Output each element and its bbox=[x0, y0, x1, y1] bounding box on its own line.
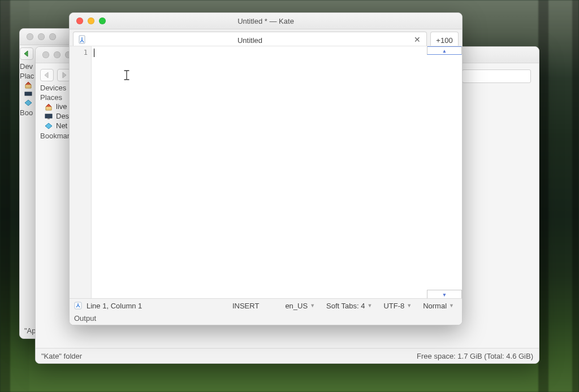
output-panel-toggle[interactable]: Output bbox=[74, 314, 96, 323]
desktop-icon bbox=[45, 112, 53, 120]
window-zoom-icon[interactable] bbox=[99, 18, 106, 24]
encoding-selector[interactable]: UTF-8 ▼ bbox=[380, 302, 415, 310]
window-close-icon[interactable] bbox=[76, 18, 83, 24]
tab-overflow-label: +100 bbox=[436, 36, 452, 45]
encoding-label: UTF-8 bbox=[383, 302, 404, 310]
document-icon bbox=[78, 35, 86, 44]
titlebar[interactable]: Untitled * — Kate bbox=[70, 13, 462, 29]
status-right: Free space: 1.7 GiB (Total: 4.6 GiB) bbox=[417, 352, 533, 360]
chevron-down-icon: ▼ bbox=[367, 303, 372, 308]
statusbar: "Kate" folder Free space: 1.7 GiB (Total… bbox=[36, 348, 539, 363]
modified-indicator-icon bbox=[74, 302, 82, 310]
scroll-down-button[interactable]: ▾ bbox=[427, 290, 462, 299]
sidebar-item-label: live bbox=[56, 102, 67, 111]
chevron-down-icon: ▾ bbox=[442, 290, 447, 299]
insert-mode-indicator[interactable]: INSERT bbox=[232, 302, 259, 310]
code-editor[interactable]: ▴ ▾ bbox=[92, 46, 462, 299]
indent-label: Soft Tabs: 4 bbox=[326, 302, 365, 310]
window-minimize-icon[interactable] bbox=[54, 51, 61, 58]
network-icon bbox=[45, 122, 53, 130]
home-icon bbox=[45, 103, 53, 111]
mode-selector[interactable]: Normal ▼ bbox=[420, 302, 457, 310]
nav-back-button[interactable] bbox=[20, 47, 33, 60]
line-number: 1 bbox=[70, 49, 88, 56]
location-input[interactable] bbox=[462, 69, 531, 83]
cursor-position[interactable]: Line 1, Column 1 bbox=[87, 302, 142, 310]
locale-label: en_US bbox=[285, 302, 308, 310]
kate-editor-window: Untitled * — Kate Untitled ✕ +100 1 ▴ bbox=[69, 12, 463, 325]
scroll-up-button[interactable]: ▴ bbox=[427, 46, 462, 55]
status-left: "Ap bbox=[24, 326, 36, 335]
chevron-down-icon: ▼ bbox=[407, 303, 412, 308]
locale-selector[interactable]: en_US ▼ bbox=[282, 302, 318, 310]
home-icon bbox=[24, 81, 32, 89]
tab-close-button[interactable]: ✕ bbox=[413, 35, 422, 44]
network-icon bbox=[24, 99, 32, 107]
ibeam-cursor-icon bbox=[123, 70, 130, 80]
editor-area: 1 ▴ ▾ bbox=[70, 46, 462, 299]
window-title: Untitled * — Kate bbox=[70, 17, 462, 25]
svg-rect-0 bbox=[25, 92, 32, 95]
statusbar: Line 1, Column 1 INSERT en_US ▼ Soft Tab… bbox=[70, 298, 462, 325]
chevron-up-icon: ▴ bbox=[442, 46, 447, 55]
tab-title: Untitled bbox=[90, 36, 409, 45]
window-close-icon[interactable] bbox=[27, 33, 33, 40]
svg-rect-1 bbox=[45, 114, 52, 118]
text-caret bbox=[94, 49, 94, 57]
window-minimize-icon[interactable] bbox=[88, 18, 94, 24]
status-left: "Kate" folder bbox=[41, 352, 82, 360]
svg-rect-2 bbox=[47, 118, 50, 119]
nav-back-button[interactable] bbox=[40, 69, 54, 81]
sidebar-item-label: Des bbox=[56, 112, 69, 120]
window-close-icon[interactable] bbox=[42, 51, 49, 58]
window-zoom-icon[interactable] bbox=[49, 33, 56, 40]
chevron-down-icon: ▼ bbox=[310, 303, 315, 308]
window-minimize-icon[interactable] bbox=[38, 33, 45, 40]
sidebar-item-label: Net bbox=[56, 121, 67, 130]
mode-label: Normal bbox=[423, 302, 447, 310]
chevron-down-icon: ▼ bbox=[449, 303, 454, 308]
line-number-gutter: 1 bbox=[70, 46, 92, 299]
drive-icon bbox=[24, 90, 32, 98]
indent-selector[interactable]: Soft Tabs: 4 ▼ bbox=[323, 302, 375, 310]
